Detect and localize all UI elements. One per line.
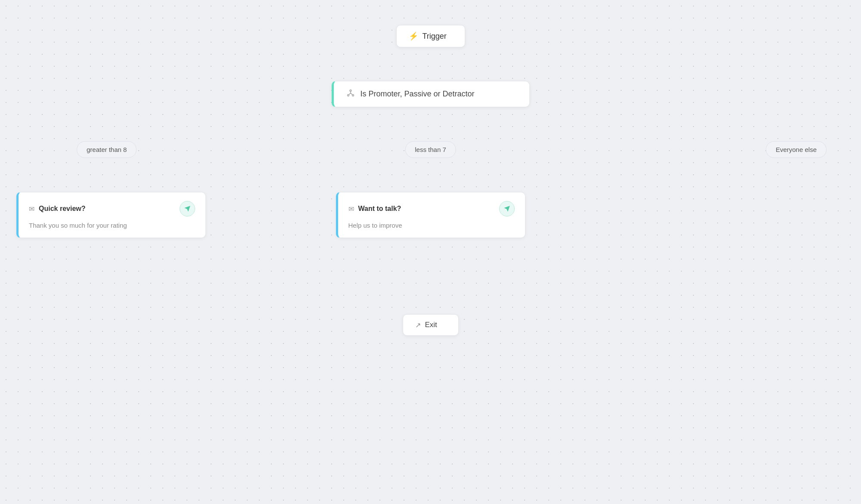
- exit-icon: ↗: [415, 321, 421, 329]
- condition-label: Is Promoter, Passive or Detractor: [361, 90, 475, 99]
- email-body-left: Thank you so much for your rating: [29, 222, 195, 229]
- email-body-center: Help us to improve: [348, 222, 515, 229]
- email-title-center: Want to talk?: [358, 205, 401, 213]
- branch-pill-left[interactable]: greater than 8: [77, 141, 137, 158]
- email-card-left[interactable]: ✉ Quick review? Thank you so much for yo…: [16, 192, 206, 238]
- send-button-left[interactable]: [180, 201, 195, 216]
- email-icon-left: ✉: [29, 205, 34, 213]
- email-card-left-header: ✉ Quick review?: [29, 201, 195, 216]
- email-card-center[interactable]: ✉ Want to talk? Help us to improve: [336, 192, 525, 238]
- email-icon-center: ✉: [348, 205, 354, 213]
- branch-label-right: Everyone else: [776, 146, 817, 153]
- branch-pill-right[interactable]: Everyone else: [766, 141, 827, 158]
- send-button-center[interactable]: [499, 201, 515, 216]
- email-title-left: Quick review?: [39, 205, 86, 213]
- branch-label-left: greater than 8: [87, 146, 127, 153]
- trigger-node[interactable]: ⚡ Trigger: [396, 25, 465, 47]
- exit-label: Exit: [425, 321, 437, 329]
- trigger-label: Trigger: [423, 32, 447, 41]
- condition-node[interactable]: Is Promoter, Passive or Detractor: [332, 81, 530, 107]
- bolt-icon: ⚡: [409, 31, 418, 41]
- split-icon: [346, 88, 355, 100]
- branch-label-center: less than 7: [415, 146, 446, 153]
- exit-node[interactable]: ↗ Exit: [403, 314, 459, 336]
- email-card-center-header: ✉ Want to talk?: [348, 201, 515, 216]
- branch-pill-center[interactable]: less than 7: [405, 141, 456, 158]
